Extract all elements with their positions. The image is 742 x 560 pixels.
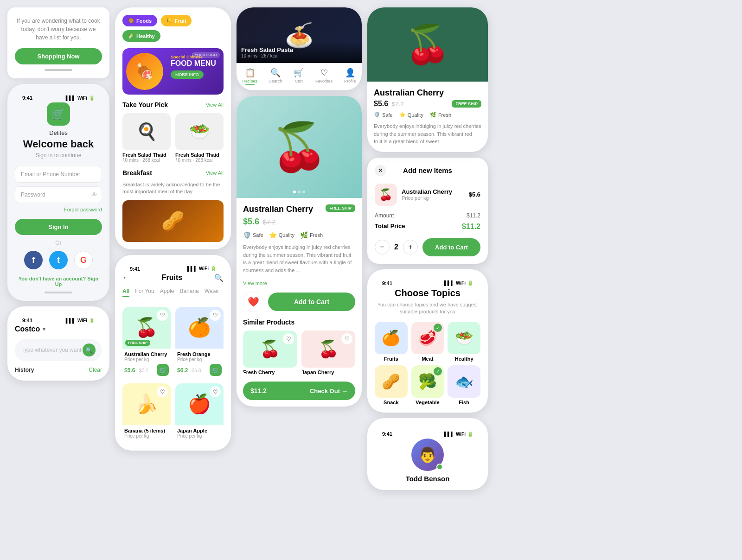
status-icons: ▌▌▌ WiFi 🔋 xyxy=(66,95,95,101)
password-field[interactable]: Password xyxy=(15,186,102,203)
food-items-grid: 🍳 Fresh Salad Thaid 10 mins · 268 kcal 🥗… xyxy=(122,113,224,163)
fruit-image-0: 🍒 ♡ FREE SHIP xyxy=(122,307,171,349)
signin-button[interactable]: Sign In xyxy=(15,219,102,235)
costco-status-bar: 9:41 ▌▌▌ WiFi 🔋 xyxy=(15,314,102,325)
recipe-nav: 📋 Recipes 🔍 Search 🛒 Cart ♡ Favorites 👤 … xyxy=(237,63,362,90)
add-to-cart-button[interactable]: Add to Cart xyxy=(268,293,355,311)
list-item[interactable]: 🥗 Healthy xyxy=(448,322,480,362)
tab-all[interactable]: All xyxy=(122,288,129,297)
search-icon[interactable]: 🔍 xyxy=(214,274,224,282)
nav-recipes-label: Recipes xyxy=(242,79,257,83)
google-button[interactable]: G xyxy=(74,251,93,269)
foods-tab[interactable]: 🥘 Foods xyxy=(122,15,157,26)
fruit-name-0: Australian Cherry xyxy=(124,351,169,357)
foods-card: 🥘 Foods 🍋 Fruit 🥬 Healthy YOUR LOGO 🍖 Sp… xyxy=(115,7,231,249)
list-item: 🍎 ♡ Japan Apple Price per kg xyxy=(175,383,224,443)
wishlist-button[interactable]: ❤️ xyxy=(243,292,263,312)
modal-title: Add new Items xyxy=(403,166,452,174)
email-field[interactable]: Email or Phone Number xyxy=(15,166,102,183)
facebook-button[interactable]: f xyxy=(24,251,43,269)
badge-safe: 🛡️ Safe xyxy=(243,231,263,239)
list-item[interactable]: 🥩 ✓ Meat xyxy=(411,322,444,362)
similar-wishlist-0[interactable]: ♡ xyxy=(283,333,294,344)
cherry-badges: 🛡️ Safe ⭐ Quality 🌿 Fresh xyxy=(374,112,481,118)
clear-button[interactable]: Clear xyxy=(89,367,102,373)
list-item[interactable]: 🐟 Fish xyxy=(448,365,480,405)
fruit-tab[interactable]: 🍋 Fruit xyxy=(161,15,192,26)
nav-recipes[interactable]: 📋 Recipes xyxy=(242,68,257,85)
healthy-tab[interactable]: 🥬 Healthy xyxy=(122,30,160,42)
column-1: If you are wondering what to cook today,… xyxy=(7,7,109,553)
modal-product-price: $5.6 xyxy=(469,191,480,198)
nav-search[interactable]: 🔍 Search xyxy=(269,68,282,85)
fruit-sub-3: Price per kg xyxy=(177,433,222,439)
history-row: History Clear xyxy=(15,367,102,373)
quantity-increase-button[interactable]: + xyxy=(403,240,418,255)
price-old-0: $7.2 xyxy=(139,368,148,373)
badge-quality: ⭐ Quality xyxy=(269,231,294,239)
brand-name: Delites xyxy=(15,129,102,136)
list-item[interactable]: 🥦 ✓ Vegetable xyxy=(411,365,444,405)
cherry-fresh-label: Fresh xyxy=(438,112,451,118)
breakfast-view-all[interactable]: View All xyxy=(206,170,224,176)
fruits-time: 9:41 xyxy=(130,266,140,272)
list-item[interactable]: 🥜 Snack xyxy=(375,365,408,405)
product-price: $5.6 xyxy=(243,217,259,227)
costco-wifi: WiFi xyxy=(77,318,87,323)
checkout-bar[interactable]: $11.2 Check Out → xyxy=(243,382,355,400)
tab-for-you[interactable]: For You xyxy=(135,288,154,297)
eye-icon[interactable]: 👁 xyxy=(91,191,97,198)
nav-profile[interactable]: 👤 Profile xyxy=(344,68,356,85)
forgot-password-link[interactable]: Forgot password xyxy=(15,207,102,212)
wishlist-button-1[interactable]: ♡ xyxy=(210,310,221,321)
cherry-quality-label: Quality xyxy=(408,112,423,118)
wishlist-button-2[interactable]: ♡ xyxy=(157,386,168,397)
list-item[interactable]: 🍊 Fruits xyxy=(375,322,408,362)
modal-close-button[interactable]: ✕ xyxy=(375,165,386,176)
nav-cart[interactable]: 🛒 Cart xyxy=(294,68,304,85)
profile-signal: ▌▌▌ xyxy=(444,432,454,437)
modal-product-sub: Price per kg xyxy=(402,195,452,201)
cherry-name: Australian Cherry xyxy=(374,88,481,98)
banner-text: Special Chinese FOOD MENU MORE INFO xyxy=(171,55,217,79)
view-more-link[interactable]: View more xyxy=(243,280,267,286)
add-cart-button-1[interactable]: 🛒 xyxy=(210,364,222,376)
similar-wishlist-1[interactable]: ♡ xyxy=(341,333,352,344)
dot-3[interactable] xyxy=(302,191,305,193)
shopping-now-button[interactable]: Shopping Now xyxy=(15,48,102,64)
search-button[interactable]: 🔍 xyxy=(83,344,96,356)
fruit-image-1: 🍊 ♡ xyxy=(175,307,224,349)
take-your-pick-view-all[interactable]: View All xyxy=(206,102,224,108)
wishlist-button-0[interactable]: ♡ xyxy=(157,310,168,321)
list-item: 🍒 ♡ FREE SHIP Australian Cherry Price pe… xyxy=(122,307,171,379)
topic-name-2: Healthy xyxy=(448,356,480,362)
cherry-info: Australian Cherry $5.6 $7.2 FREE SHIP 🛡️… xyxy=(367,82,488,152)
fruit-name-3: Japan Apple xyxy=(177,428,222,433)
quantity-value: 2 xyxy=(394,243,398,251)
column-2: 🥘 Foods 🍋 Fruit 🥬 Healthy YOUR LOGO 🍖 Sp… xyxy=(115,7,231,553)
dot-1[interactable] xyxy=(293,191,296,193)
twitter-button[interactable]: t xyxy=(49,251,68,269)
chevron-down-icon[interactable]: ▾ xyxy=(43,326,45,332)
avatar: 👨 xyxy=(411,439,444,471)
back-button[interactable]: ← xyxy=(122,274,130,282)
tab-banana[interactable]: Banana xyxy=(179,288,198,297)
safe-label: Safe xyxy=(253,232,263,238)
topics-status-icons: ▌▌▌ WiFi 🔋 xyxy=(444,280,473,286)
dot-2[interactable] xyxy=(298,191,301,193)
search-placeholder: Type whatever you want xyxy=(21,347,81,353)
cherry-price: $5.6 xyxy=(374,100,388,108)
add-cart-button-0[interactable]: 🛒 xyxy=(157,364,169,376)
quantity-decrease-button[interactable]: − xyxy=(375,240,390,255)
online-indicator xyxy=(436,464,443,470)
costco-search-box[interactable]: Type whatever you want 🔍 xyxy=(15,339,102,361)
modal-add-to-cart-button[interactable]: Add to Cart xyxy=(422,238,480,256)
more-info-button[interactable]: MORE INFO xyxy=(171,70,204,79)
checkout-button[interactable]: Check Out → xyxy=(310,388,348,395)
nav-underline xyxy=(245,84,255,85)
wishlist-button-3[interactable]: ♡ xyxy=(210,386,221,397)
tab-water[interactable]: Water xyxy=(205,288,219,297)
recipe-overlay: Fresh Salad Pasta 10 mins · 267 kcal xyxy=(237,42,362,63)
nav-favorites[interactable]: ♡ Favorites xyxy=(315,68,333,85)
tab-apple[interactable]: Apple xyxy=(160,288,174,297)
